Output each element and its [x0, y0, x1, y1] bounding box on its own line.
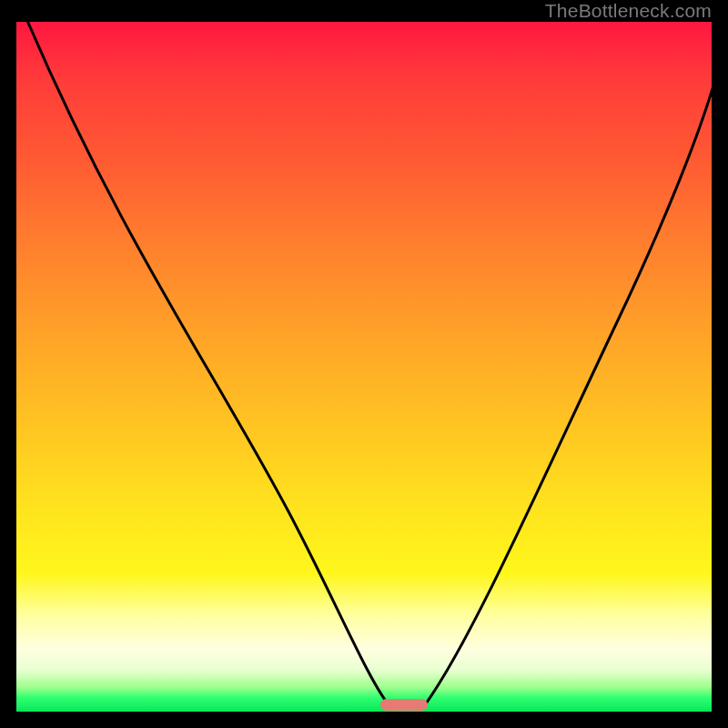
bottleneck-curve: [16, 22, 712, 712]
curve-path: [25, 22, 712, 706]
chart-frame: TheBottleneck.com: [0, 0, 728, 728]
plot-area: [16, 22, 712, 712]
optimal-marker: [380, 699, 428, 711]
watermark-text: TheBottleneck.com: [545, 0, 712, 22]
